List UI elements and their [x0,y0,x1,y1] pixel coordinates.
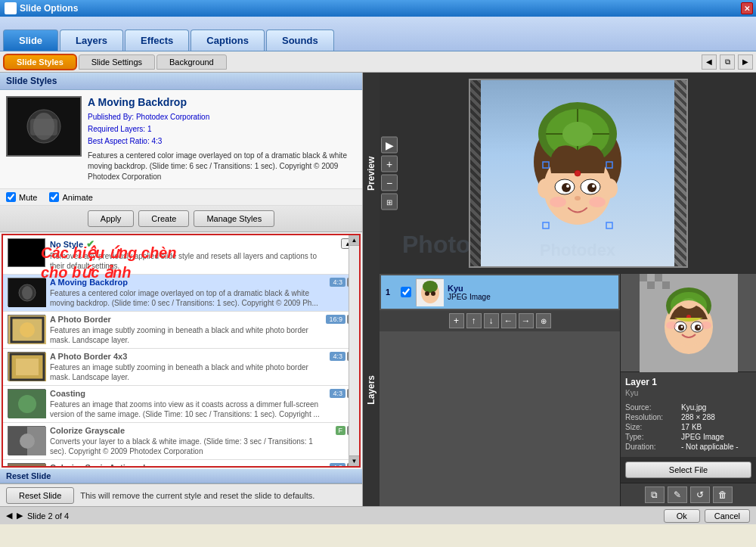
style-item-photo-border-4x3[interactable]: A Photo Border 4x3 Features an image sub… [3,349,359,386]
style-item-thumb-moving-backdrop [8,278,45,306]
svg-rect-43 [606,222,612,228]
mute-checkbox-label[interactable]: Mute [6,192,37,202]
style-item-coasting[interactable]: Coasting Features an image that zooms in… [3,386,359,423]
duration-value: - Not applicable - [681,443,739,451]
preview-play-button[interactable]: ▶ [381,137,398,154]
style-item-content-photo-border: A Photo Border Features an image subtly … [50,315,321,345]
layer-move-down-button[interactable]: ↓ [484,313,499,328]
reset-slide-desc: This will remove the current style and r… [80,491,314,500]
style-item-name-colorize-grayscale: Colorize Grayscale [50,426,125,435]
mute-checkbox[interactable] [6,192,16,202]
ok-button[interactable]: Ok [664,509,700,523]
style-item-desc-coasting: Features an image that zooms into view a… [50,399,325,419]
svg-point-6 [22,286,33,300]
style-item-moving-backdrop[interactable]: A Moving Backdrop Features a centered co… [3,275,359,312]
layer-move-right-button[interactable]: → [519,313,534,328]
layer-move-up-button[interactable]: ↑ [466,313,482,328]
style-name: A Moving Backdrop [88,96,356,108]
layer-item-1[interactable]: 1 Kyu JPEG Image [381,275,618,309]
svg-point-46 [423,281,438,293]
sub-tab-nav: ◀ ⧉ ▶ [702,54,753,70]
style-item-name-moving-backdrop: A Moving Backdrop [50,278,128,287]
layer-action-copy[interactable]: ⧉ [645,486,665,503]
layer-action-rotate[interactable]: ↺ [690,486,710,503]
style-item-colorize-grayscale[interactable]: Colorize Grayscale Converts your layer t… [3,423,359,460]
styles-list: Các hiệu ứng chèn cho bức ảnh No Style ✔… [2,234,361,468]
svg-rect-52 [655,274,662,281]
style-meta-layers: Required Layers: 1 [88,123,356,135]
tab-effects[interactable]: Effects [125,30,189,51]
manage-styles-button[interactable]: Manage Styles [194,210,274,227]
svg-point-15 [18,395,36,413]
style-item-thumb-colorize-grayscale [8,426,45,455]
tab-slide[interactable]: Slide [3,30,58,51]
create-button[interactable]: Create [138,210,189,227]
sub-tab-slide-styles[interactable]: Slide Styles [3,54,77,70]
nav-restore-button[interactable]: ⧉ [720,54,735,70]
animate-checkbox[interactable] [49,192,59,202]
tab-captions[interactable]: Captions [191,30,265,51]
footer-left: ◀ ▶ Slide 2 of 4 [6,511,69,521]
style-item-photo-border[interactable]: A Photo Border Features an image subtly … [3,312,359,349]
arrow-left-icon[interactable]: ◀ [6,511,12,521]
layer-action-delete[interactable]: 🗑 [713,486,733,503]
apply-button[interactable]: Apply [88,210,135,227]
layer-action-edit[interactable]: ✎ [668,486,687,503]
select-file-button[interactable]: Select File [625,462,751,478]
style-meta-aspect: Best Aspect Ratio: 4:3 [88,135,356,148]
layer-add-button[interactable]: + [449,313,464,328]
layer-info-content: Layer 1 Kyu Source: Kyu.jpg Resolution: … [621,372,756,457]
style-item-desc-photo-border: Features an image subtly zooming in bene… [50,325,321,345]
tab-sounds[interactable]: Sounds [266,30,334,51]
tab-layers[interactable]: Layers [60,30,123,51]
svg-point-38 [589,197,606,207]
svg-point-18 [20,434,35,449]
preview-character-svg [510,90,646,256]
style-item-name-colorize-sepia: Colorize Sepia Antiqued [50,463,145,468]
svg-rect-53 [662,274,670,281]
svg-point-9 [20,322,35,337]
nav-next-button[interactable]: ▶ [738,54,753,70]
preview-zoom-out-button[interactable]: − [381,175,398,191]
reset-slide-bar: Reset Slide This will remove the current… [0,483,362,506]
badge-coasting: 4:3 [330,389,345,398]
window-title: Slide Options [20,3,78,14]
content-area: Slide Styles A Moving Backdrop Published… [0,73,756,506]
checkmark-icon: ✔ [86,238,94,250]
svg-point-47 [425,291,429,296]
layer-visibility-1[interactable] [401,287,411,297]
badge-colorize-sepia: 4:3 [330,463,345,468]
scrollbar[interactable]: ▲ ▼ [349,235,359,466]
reset-slide-button[interactable]: Reset Slide [6,487,74,504]
svg-rect-12 [16,359,39,375]
nav-prev-button[interactable]: ◀ [702,54,717,70]
arrow-right-icon[interactable]: ▶ [17,511,23,521]
scrollbar-up[interactable]: ▲ [349,235,359,246]
style-item-thumb-photo-border-4x3 [8,352,45,381]
svg-rect-54 [640,281,647,289]
style-actions: Apply Create Manage Styles [0,206,362,232]
sub-tab-slide-settings[interactable]: Slide Settings [79,54,155,70]
style-item-no-style[interactable]: No Style ✔ Removes any previously applie… [3,235,359,275]
close-button[interactable]: ✕ [741,2,753,14]
style-item-content-photo-border-4x3: A Photo Border 4x3 Features an image sub… [50,352,325,382]
right-strip [674,80,686,266]
svg-point-68 [697,325,699,328]
scrollbar-down[interactable]: ▼ [349,455,359,466]
layer-expand-button[interactable]: ⊕ [536,313,551,328]
svg-point-37 [550,197,566,207]
preview-zoom-in-button[interactable]: + [381,156,398,172]
style-item-content-no-style: No Style ✔ Removes any previously applie… [50,238,333,271]
animate-checkbox-label[interactable]: Animate [49,192,92,202]
style-item-desc-moving-backdrop: Features a centered color image overlaye… [50,288,325,308]
layer-info-row-type: Type: JPEG Image [625,433,751,441]
footer-right: Ok Cancel [664,509,750,523]
style-item-name-coasting: Coasting [50,389,85,398]
layer-move-left-button[interactable]: ← [501,313,516,328]
cancel-button[interactable]: Cancel [705,509,750,523]
svg-rect-56 [655,281,662,289]
sub-tab-background[interactable]: Background [156,54,227,70]
style-item-colorize-sepia[interactable]: Colorize Sepia Antiqued 4:3 i [3,460,359,468]
preview-fit-button[interactable]: ⊞ [381,194,398,210]
svg-point-69 [666,322,677,329]
